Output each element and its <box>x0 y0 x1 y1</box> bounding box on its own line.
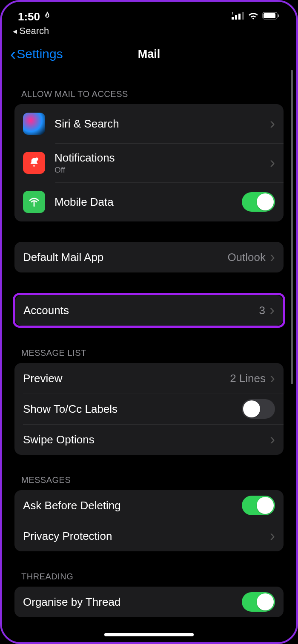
chevron-right-icon: › <box>270 371 275 386</box>
row-notifications[interactable]: Notifications Off › <box>14 143 284 182</box>
row-preview[interactable]: Preview 2 Lines › <box>14 363 284 394</box>
row-ask-before-deleting[interactable]: Ask Before Deleting <box>14 490 284 521</box>
notifications-icon <box>23 152 45 174</box>
chevron-right-icon: › <box>270 250 275 265</box>
row-label: Default Mail App <box>23 251 227 264</box>
home-indicator[interactable] <box>104 633 194 636</box>
mobile-data-toggle[interactable] <box>242 192 275 212</box>
chevron-right-icon: › <box>270 116 275 131</box>
screen-time-icon <box>43 11 52 22</box>
group-threading: Organise by Thread <box>14 587 284 617</box>
svg-rect-6 <box>264 13 275 18</box>
row-label: Show To/Cc Labels <box>23 403 242 416</box>
mobile-data-icon <box>23 191 45 213</box>
row-accounts[interactable]: Accounts 3 › <box>15 295 283 326</box>
cellular-signal-icon: ! <box>232 11 244 22</box>
row-value: Outlook <box>227 251 266 264</box>
row-label: Accounts <box>23 304 259 317</box>
row-default-mail-app[interactable]: Default Mail App Outlook › <box>14 242 284 272</box>
section-header-messages: Messages <box>10 475 288 490</box>
section-header-threading: Threading <box>10 572 288 587</box>
chevron-right-icon: › <box>269 303 275 318</box>
row-label: Siri & Search <box>54 117 270 131</box>
chevron-right-icon: › <box>270 432 275 447</box>
row-value: 3 <box>259 304 265 317</box>
row-label: Ask Before Deleting <box>23 499 242 512</box>
back-label: Settings <box>17 47 63 61</box>
svg-rect-1 <box>235 15 237 20</box>
chevron-right-icon: › <box>270 528 275 544</box>
chevron-right-icon: › <box>270 155 275 170</box>
row-label: Preview <box>23 372 230 385</box>
nav-bar: ‹ Settings Mail <box>10 43 288 65</box>
svg-rect-7 <box>278 14 279 17</box>
svg-rect-3 <box>242 12 244 20</box>
siri-icon <box>23 113 45 135</box>
row-value: 2 Lines <box>230 372 266 385</box>
row-label: Notifications <box>54 151 270 165</box>
tocc-toggle[interactable] <box>242 399 275 419</box>
svg-text:!: ! <box>232 11 233 16</box>
back-button[interactable]: ‹ Settings <box>10 45 63 62</box>
status-bar: 1:50 ! <box>10 9 288 24</box>
battery-icon <box>262 11 280 22</box>
svg-rect-0 <box>232 17 234 20</box>
row-organise-by-thread[interactable]: Organise by Thread <box>14 587 284 617</box>
status-time: 1:50 <box>18 10 40 23</box>
row-show-tocc[interactable]: Show To/Cc Labels <box>14 394 284 424</box>
chevron-left-icon: ‹ <box>10 45 16 62</box>
section-header-access: Allow Mail to Access <box>10 89 288 104</box>
group-default-mail: Default Mail App Outlook › <box>14 242 284 272</box>
row-mobile-data[interactable]: Mobile Data <box>14 182 284 221</box>
row-label: Swipe Options <box>23 433 270 446</box>
row-siri-search[interactable]: Siri & Search › <box>14 104 284 143</box>
row-label: Organise by Thread <box>23 596 242 609</box>
group-message-list: Preview 2 Lines › Show To/Cc Labels Swip… <box>14 363 284 455</box>
group-messages: Ask Before Deleting Privacy Protection › <box>14 490 284 551</box>
section-header-message-list: Message List <box>10 348 288 363</box>
svg-point-8 <box>30 119 38 128</box>
row-label: Mobile Data <box>54 196 242 209</box>
svg-rect-2 <box>238 14 241 20</box>
svg-point-9 <box>35 158 39 161</box>
row-label: Privacy Protection <box>23 530 270 543</box>
highlight-accounts: Accounts 3 › <box>13 293 285 328</box>
row-swipe-options[interactable]: Swipe Options › <box>14 424 284 455</box>
wifi-icon <box>248 11 259 22</box>
breadcrumb-back-search[interactable]: Search <box>10 24 288 43</box>
group-access: Siri & Search › Notifications Off › Mobi… <box>14 104 284 221</box>
organise-thread-toggle[interactable] <box>242 592 275 612</box>
row-sublabel: Off <box>54 165 270 175</box>
ask-delete-toggle[interactable] <box>242 496 275 515</box>
row-privacy-protection[interactable]: Privacy Protection › <box>14 521 284 551</box>
scroll-indicator[interactable] <box>291 70 293 384</box>
